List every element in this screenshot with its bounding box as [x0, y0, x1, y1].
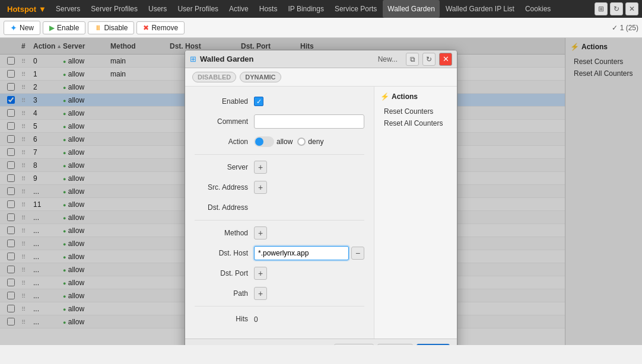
nav-item-users[interactable]: Users [144, 0, 171, 18]
nav-item-user-profiles[interactable]: User Profiles [173, 0, 223, 18]
form-row-comment: Comment [195, 114, 364, 129]
new-button[interactable]: ✦ New [4, 21, 40, 35]
toolbar: ✦ New ▶ Enable ⏸ Disable ✖ Remove ✓ 1 (2… [0, 18, 642, 38]
check-count: ✓ 1 (25) [612, 24, 638, 32]
action-deny-radio[interactable]: deny [297, 138, 323, 146]
form-row-path: Path + [195, 286, 364, 301]
status-badge-disabled: DISABLED [192, 72, 236, 82]
form-row-dst-address: Dst. Address [195, 200, 364, 215]
refresh-icon[interactable]: ↻ [610, 2, 623, 15]
comment-label: Comment [195, 117, 254, 126]
ok-button[interactable]: OK [417, 344, 450, 345]
modal-status-bar: DISABLED DYNAMIC [185, 68, 457, 87]
disable-icon: ⏸ [94, 24, 101, 32]
hits-value: 0 [254, 315, 258, 324]
action-deny-label: deny [308, 138, 323, 146]
main-layout: # Action ▲ Server Method Dst. Host Dst. … [0, 38, 642, 345]
enabled-checkbox[interactable] [254, 97, 263, 106]
form-separator-2 [195, 220, 364, 221]
modal-body: Enabled Comment Action [185, 87, 457, 339]
modal-subtitle: New... [378, 55, 398, 63]
apply-button[interactable]: Apply [377, 344, 413, 345]
nav-bar: Hotspot ▼ Servers Server Profiles Users … [0, 0, 642, 18]
dst-address-label: Dst. Address [195, 203, 254, 212]
remove-icon: ✖ [143, 24, 149, 32]
dst-host-minus-button[interactable]: − [351, 247, 364, 260]
nav-logo[interactable]: Hotspot ▼ [4, 5, 50, 14]
modal-icon: ⊞ [190, 55, 196, 63]
modal-title: Walled Garden [200, 55, 374, 63]
hits-label: Hits [195, 315, 254, 323]
enabled-label: Enabled [195, 97, 254, 106]
modal-close-button[interactable]: ✕ [439, 53, 452, 66]
modal-refresh-button[interactable]: ↻ [422, 53, 436, 66]
src-address-label: Src. Address [195, 183, 254, 191]
hotspot-logo-text: Hotspot [7, 5, 36, 14]
filter-icon[interactable]: ⊞ [595, 2, 608, 15]
toggle-dot [255, 138, 263, 146]
modal-overlay: ⊞ Walled Garden New... ⧉ ↻ ✕ DISABLED DY… [0, 38, 642, 345]
form-row-dst-port: Dst. Port + [195, 266, 364, 281]
nav-item-walled-garden[interactable]: Walled Garden [383, 0, 440, 18]
dst-host-input[interactable] [254, 246, 349, 260]
nav-item-active[interactable]: Active [224, 0, 253, 18]
action-allow-label: allow [276, 138, 293, 146]
dst-host-input-row: − [254, 246, 364, 260]
dst-port-label: Dst. Port [195, 269, 254, 277]
nav-item-ip-bindings[interactable]: IP Bindings [283, 0, 329, 18]
comment-input[interactable] [254, 114, 364, 129]
action-allow-radio[interactable]: allow [254, 136, 293, 147]
server-add-button[interactable]: + [254, 161, 267, 174]
form-row-hits: Hits 0 [195, 311, 364, 327]
form-row-action: Action allow [195, 134, 364, 149]
modal-footer: Cancel Apply OK [185, 339, 457, 345]
form-row-src-address: Src. Address + [195, 180, 364, 195]
modal-form: Enabled Comment Action [185, 87, 374, 339]
path-add-button[interactable]: + [254, 287, 267, 300]
modal-right-actions-icon: ⚡ [380, 92, 389, 101]
form-separator-3 [195, 306, 364, 306]
method-label: Method [195, 229, 254, 237]
modal-titlebar: ⊞ Walled Garden New... ⧉ ↻ ✕ [185, 50, 457, 68]
src-address-add-button[interactable]: + [254, 181, 267, 194]
method-add-button[interactable]: + [254, 226, 267, 240]
dst-host-label: Dst. Host [195, 249, 254, 257]
close-icon[interactable]: ✕ [625, 2, 638, 15]
action-radio-group: allow deny [254, 136, 364, 147]
form-row-server: Server + [195, 159, 364, 175]
nav-item-cookies[interactable]: Cookies [520, 0, 555, 18]
modal-footer-right: Cancel Apply OK [334, 344, 450, 345]
enable-icon: ▶ [49, 24, 55, 32]
server-label: Server [195, 163, 254, 171]
form-row-dst-host: Dst. Host − [195, 245, 364, 261]
form-separator-1 [195, 154, 364, 155]
modal-copy-button[interactable]: ⧉ [406, 53, 419, 66]
action-toggle[interactable] [254, 136, 274, 147]
deny-radio-circle[interactable] [297, 138, 306, 146]
new-icon: ✦ [10, 23, 17, 33]
modal-walled-garden: ⊞ Walled Garden New... ⧉ ↻ ✕ DISABLED DY… [185, 50, 457, 345]
form-row-method: Method + [195, 225, 364, 241]
modal-right-panel: ⚡ Actions Reset Counters Reset All Count… [374, 87, 457, 339]
path-label: Path [195, 289, 254, 298]
action-label: Action [195, 138, 254, 146]
enable-button[interactable]: ▶ Enable [43, 21, 85, 34]
remove-button[interactable]: ✖ Remove [136, 21, 185, 34]
disable-button[interactable]: ⏸ Disable [88, 21, 134, 34]
nav-item-servers[interactable]: Servers [51, 0, 85, 18]
nav-item-service-ports[interactable]: Service Ports [330, 0, 382, 18]
nav-item-server-profiles[interactable]: Server Profiles [86, 0, 142, 18]
logo-dropdown-arrow: ▼ [39, 5, 46, 14]
nav-item-hosts[interactable]: Hosts [255, 0, 282, 18]
status-badge-dynamic: DYNAMIC [240, 72, 281, 82]
cancel-button[interactable]: Cancel [334, 344, 374, 345]
form-row-enabled: Enabled [195, 94, 364, 109]
nav-item-walled-garden-ip-list[interactable]: Walled Garden IP List [441, 0, 519, 18]
modal-right-title: ⚡ Actions [380, 92, 451, 101]
modal-reset-all-counters-button[interactable]: Reset All Counters [380, 117, 451, 129]
modal-reset-counters-button[interactable]: Reset Counters [380, 106, 451, 117]
dst-port-add-button[interactable]: + [254, 267, 267, 280]
